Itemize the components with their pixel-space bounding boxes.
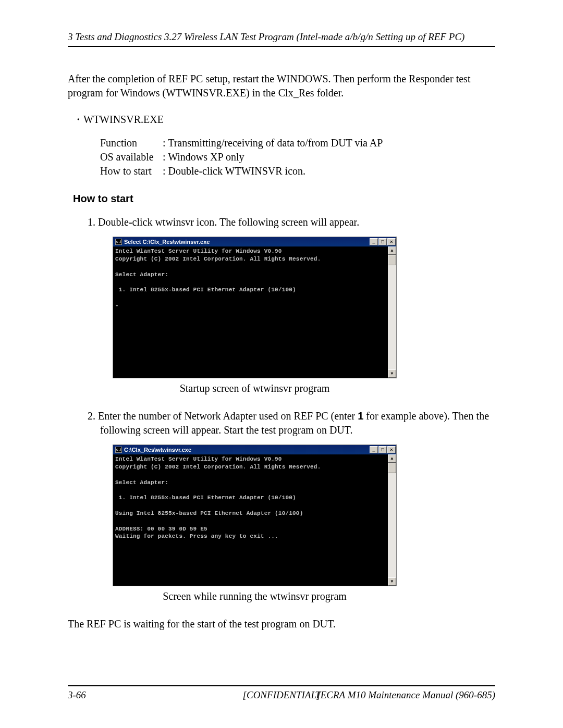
def-value: : Double-click WTWINSVR icon.	[163, 165, 305, 177]
intro-paragraph: After the completion of REF PC setup, re…	[68, 72, 495, 100]
terminal-content: Intel WlanTest Server Utility for Window…	[113, 454, 388, 586]
terminal-content: Intel WlanTest Server Utility for Window…	[113, 246, 388, 378]
page-footer: 3-66 [CONFIDENTIAL] TECRA M10 Maintenanc…	[68, 685, 495, 701]
scroll-up-icon[interactable]: ▲	[388, 246, 396, 255]
def-value: : Windows XP only	[163, 151, 244, 163]
minimize-button[interactable]: _	[370, 446, 378, 453]
bullet-wtwinsvr: ・WTWINSVR.EXE	[73, 113, 495, 127]
def-label: Function	[100, 137, 163, 149]
terminal-titlebar[interactable]: c:\ Select C:\Clx_Res\wtwinsvr.exe _ □ ×	[113, 237, 396, 246]
def-label: OS available	[100, 151, 163, 163]
minimize-button[interactable]: _	[370, 238, 378, 245]
terminal-window-startup: c:\ Select C:\Clx_Res\wtwinsvr.exe _ □ ×…	[113, 237, 397, 378]
terminal-title: C:\Clx_Res\wtwinsvr.exe	[124, 447, 370, 453]
scroll-thumb[interactable]	[388, 463, 396, 473]
closing-paragraph: The REF PC is waiting for the start of t…	[68, 617, 495, 631]
def-row-function: Function : Transmitting/receiving of dat…	[100, 137, 495, 149]
scrollbar[interactable]: ▲ ▼	[388, 246, 396, 378]
maximize-button[interactable]: □	[378, 446, 387, 453]
scroll-track[interactable]	[388, 473, 396, 577]
def-value: : Transmitting/receiving of data to/from…	[163, 137, 383, 149]
terminal-titlebar[interactable]: c:\ C:\Clx_Res\wtwinsvr.exe _ □ ×	[113, 445, 396, 454]
page-header: 3 Tests and Diagnostics 3.27 Wireless LA…	[68, 31, 495, 47]
section-heading-how-to-start: How to start	[73, 193, 495, 205]
scroll-down-icon[interactable]: ▼	[388, 369, 396, 378]
definition-block: Function : Transmitting/receiving of dat…	[100, 137, 495, 177]
maximize-button[interactable]: □	[378, 238, 387, 245]
close-button[interactable]: ×	[387, 446, 396, 453]
def-label: How to start	[100, 165, 163, 177]
footer-confidential: [CONFIDENTIAL]	[68, 689, 495, 701]
caption-running: Screen while running the wtwinsvr progra…	[113, 590, 397, 602]
scroll-down-icon[interactable]: ▼	[388, 577, 396, 586]
terminal-window-running: c:\ C:\Clx_Res\wtwinsvr.exe _ □ × Intel …	[113, 445, 397, 586]
def-row-os: OS available : Windows XP only	[100, 151, 495, 163]
step-1: 1. Double-click wtwinsvr icon. The follo…	[100, 215, 495, 229]
step2-pre: 2. Enter the number of Network Adapter u…	[88, 410, 358, 422]
scroll-track[interactable]	[388, 265, 396, 369]
def-row-howstart: How to start : Double-click WTWINSVR ico…	[100, 165, 495, 177]
close-button[interactable]: ×	[387, 238, 396, 245]
cmd-icon: c:\	[115, 239, 122, 245]
step-2: 2. Enter the number of Network Adapter u…	[100, 409, 495, 437]
caption-startup: Startup screen of wtwinsvr program	[113, 382, 397, 394]
scroll-thumb[interactable]	[388, 255, 396, 265]
scroll-up-icon[interactable]: ▲	[388, 454, 396, 463]
scrollbar[interactable]: ▲ ▼	[388, 454, 396, 586]
terminal-title: Select C:\Clx_Res\wtwinsvr.exe	[124, 239, 370, 245]
step2-bold-number: 1	[358, 410, 363, 422]
cmd-icon: c:\	[115, 447, 122, 453]
